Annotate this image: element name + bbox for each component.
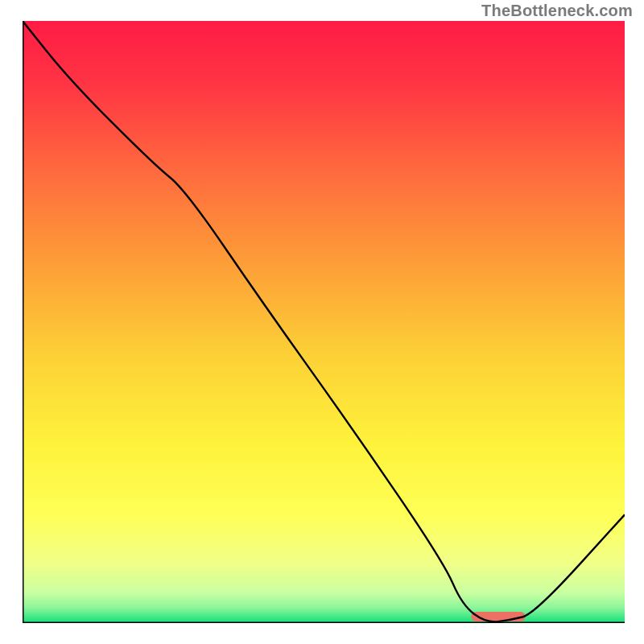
plot-svg — [23, 21, 625, 623]
gradient-background — [23, 21, 625, 623]
attribution-text: TheBottleneck.com — [481, 2, 633, 20]
plot-area — [23, 21, 625, 623]
chart-root: TheBottleneck.com — [0, 0, 644, 644]
